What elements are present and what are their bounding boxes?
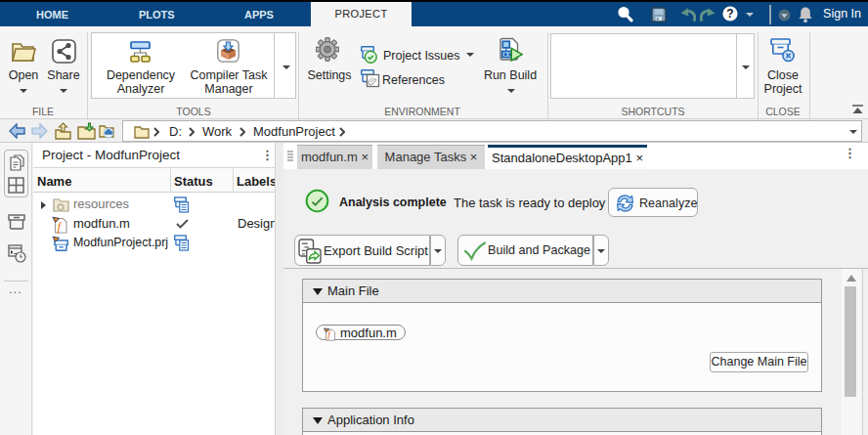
- svg-text:?: ?: [726, 7, 733, 21]
